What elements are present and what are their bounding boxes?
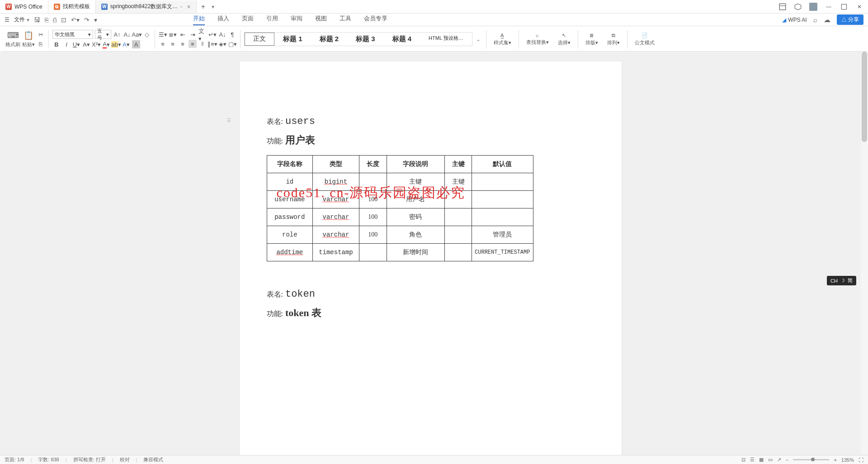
paste-button[interactable]: 📋粘贴▾: [22, 30, 35, 48]
align-justify-icon[interactable]: ≡: [189, 40, 197, 48]
strikethrough-icon[interactable]: A̵▾: [82, 40, 90, 48]
table-row[interactable]: password varchar 100 密码: [267, 208, 533, 226]
view-web-icon[interactable]: ▦: [759, 457, 764, 463]
zoom-out-icon[interactable]: −: [786, 457, 788, 463]
superscript-icon[interactable]: X²▾: [92, 40, 100, 48]
shading-icon[interactable]: A: [132, 40, 140, 48]
cloud-icon[interactable]: ☁: [824, 16, 830, 24]
align-center-icon[interactable]: ≡: [169, 40, 177, 48]
window-layout-icon[interactable]: [778, 3, 787, 11]
status-spell[interactable]: 拼写检查: 打开: [73, 456, 106, 463]
view-focus-icon[interactable]: ↗: [777, 457, 781, 463]
view-outline-icon[interactable]: ☰: [750, 457, 755, 463]
tab-start[interactable]: 开始: [193, 14, 205, 25]
db-table[interactable]: 字段名称 类型 长度 字段说明 主键 默认值 id bigint 主键 主键: [267, 155, 533, 261]
align-left-icon[interactable]: ≡: [159, 40, 167, 48]
sort-icon[interactable]: A↓: [218, 30, 226, 38]
zoom-level[interactable]: 135%: [841, 457, 854, 463]
preview-icon[interactable]: ⊡: [61, 16, 66, 24]
new-tab-button[interactable]: +: [197, 3, 210, 11]
minimize-button[interactable]: —: [825, 3, 833, 11]
style-h4[interactable]: 标题 4: [384, 33, 420, 46]
tab-review[interactable]: 审阅: [291, 14, 302, 25]
status-words[interactable]: 字数: 838: [38, 456, 59, 463]
line-break-icon[interactable]: ↵▾: [208, 30, 217, 38]
bold-icon[interactable]: B: [52, 40, 61, 48]
style-normal[interactable]: 正文: [245, 33, 274, 46]
search-icon[interactable]: ⌕: [813, 16, 817, 24]
fullscreen-icon[interactable]: ⛶: [859, 457, 863, 463]
gov-mode-button[interactable]: 📄公文模式: [631, 33, 658, 46]
wps-ai-button[interactable]: ◢WPS AI: [782, 17, 807, 23]
status-proof[interactable]: 校对: [120, 456, 130, 463]
numbering-icon[interactable]: ≣▾: [169, 30, 177, 38]
share-button[interactable]: △ 分享: [837, 14, 863, 25]
table-row[interactable]: role varchar 100 角色 管理员: [267, 226, 533, 244]
style-h1[interactable]: 标题 1: [274, 33, 311, 46]
tab-insert[interactable]: 插入: [217, 14, 229, 25]
font-color-icon[interactable]: A▾: [102, 40, 110, 48]
cut-icon[interactable]: ✂: [37, 30, 45, 38]
close-button[interactable]: ✕: [855, 3, 863, 11]
undo-icon[interactable]: ↶▾: [71, 16, 80, 24]
save-icon[interactable]: 🖫: [34, 16, 40, 24]
decrease-indent-icon[interactable]: ⇤: [179, 30, 187, 38]
tab-menu-icon[interactable]: ▫: [180, 4, 182, 10]
ime-indicator[interactable]: CH☽简: [827, 276, 856, 285]
style-html[interactable]: HTML 预设格…: [420, 33, 472, 46]
tab-close-button[interactable]: ×: [187, 3, 190, 10]
tab-dropdown-icon[interactable]: ▾: [212, 4, 214, 10]
more-icon[interactable]: ▾: [94, 16, 97, 24]
tab-wps-office[interactable]: W WPS Office: [0, 0, 48, 13]
avatar-icon[interactable]: [809, 3, 817, 11]
document-page[interactable]: ⠿ 表名: users 功能: 用户表 code51. cn-源码乐园盗图必究 …: [240, 62, 622, 455]
clear-format-icon[interactable]: ◇: [143, 30, 151, 38]
change-case-icon[interactable]: Aa▾: [133, 30, 141, 38]
style-h3[interactable]: 标题 3: [347, 33, 384, 46]
copy-icon[interactable]: ⎘: [37, 40, 45, 48]
vertical-scrollbar[interactable]: [861, 52, 868, 455]
file-menu[interactable]: 文件▾: [14, 16, 29, 24]
view-read-icon[interactable]: ▭: [768, 457, 773, 463]
arrange-button[interactable]: ⧉排列▾: [604, 33, 623, 46]
styles-gallery[interactable]: 正文 标题 1 标题 2 标题 3 标题 4 HTML 预设格…: [244, 32, 472, 46]
format-brush-button[interactable]: ⌨格式刷: [5, 30, 20, 48]
distribute-icon[interactable]: ⫴: [198, 40, 207, 48]
decrease-font-icon[interactable]: A↓: [123, 30, 131, 38]
tab-reference[interactable]: 引用: [266, 14, 278, 25]
find-replace-button[interactable]: ⌕查找替换▾: [523, 33, 552, 46]
sort-button[interactable]: ≣排版▾: [582, 33, 602, 46]
increase-font-icon[interactable]: A↑: [113, 30, 121, 38]
shading-icon[interactable]: ◈▾: [218, 40, 226, 48]
tab-tools[interactable]: 工具: [340, 14, 351, 25]
view-print-icon[interactable]: ⊡: [741, 457, 745, 463]
cube-icon[interactable]: [794, 3, 802, 11]
document-area[interactable]: ⠿ 表名: users 功能: 用户表 code51. cn-源码乐园盗图必究 …: [0, 52, 861, 455]
tab-member[interactable]: 会员专享: [364, 14, 387, 25]
table-row[interactable]: addtime timestamp 新增时间 CURRENT_TIMESTAMP: [267, 244, 533, 261]
borders-icon[interactable]: ▢▾: [228, 40, 236, 48]
tab-templates[interactable]: ⧉ 找稻壳模板: [48, 0, 96, 13]
increase-indent-icon[interactable]: ⇥: [189, 30, 197, 38]
bullets-icon[interactable]: ☰▾: [159, 30, 167, 38]
text-effects-icon[interactable]: A▾: [122, 40, 130, 48]
maximize-button[interactable]: [840, 3, 848, 11]
highlight-icon[interactable]: ab▾: [112, 40, 120, 48]
scrollbar-thumb[interactable]: [862, 52, 867, 142]
show-marks-icon[interactable]: ¶: [228, 30, 236, 38]
line-spacing-icon[interactable]: ‖≡▾: [208, 40, 217, 48]
status-mode[interactable]: 兼容模式: [143, 456, 163, 463]
underline-icon[interactable]: U▾: [72, 40, 80, 48]
hamburger-icon[interactable]: ☰: [5, 17, 9, 23]
tab-page[interactable]: 页面: [242, 14, 254, 25]
export-icon[interactable]: ⎘: [45, 16, 48, 24]
paragraph-handle-icon[interactable]: ⠿: [227, 118, 231, 124]
font-size-select[interactable]: 五号▾: [95, 30, 111, 39]
status-page[interactable]: 页面: 1/8: [5, 456, 24, 463]
font-family-select[interactable]: 华文细黑▾: [52, 30, 93, 39]
align-right-icon[interactable]: ≡: [179, 40, 187, 48]
text-direction-icon[interactable]: 文▾: [198, 30, 207, 38]
style-set-button[interactable]: A̲样式集▾: [490, 33, 515, 46]
tab-view[interactable]: 视图: [315, 14, 327, 25]
tab-document[interactable]: W springbooth8422数据库文… ▫ ×: [96, 0, 197, 13]
